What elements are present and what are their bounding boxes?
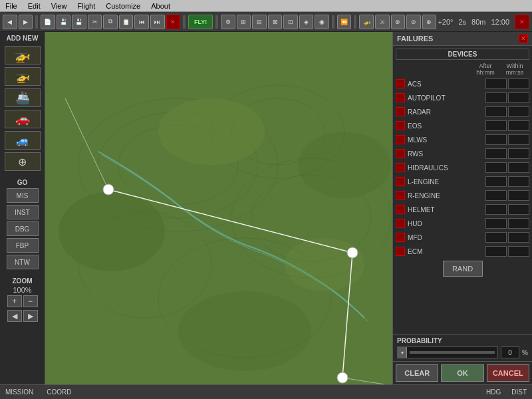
toolbar-tool5[interactable]: ⊡ <box>283 15 298 29</box>
toolbar-back[interactable]: ◀ <box>3 15 17 29</box>
go-mis[interactable]: MIS <box>7 188 39 203</box>
toolbar: ◀ ▶ 📄 💾 💾 ✂ ⧉ 📋 ⏮ ⏭ ✕ FLY! ⚙ ⊞ ⊟ ⊠ ⊡ ◈ ◉… <box>0 12 532 32</box>
toolbar-cut[interactable]: ✂ <box>88 15 102 29</box>
rand-button[interactable]: RAND <box>443 261 483 277</box>
device-reng-within[interactable] <box>508 190 529 201</box>
toolbar-tool6[interactable]: ◈ <box>299 15 314 29</box>
device-reng-after[interactable] <box>485 190 507 201</box>
device-eos-inputs <box>485 120 529 131</box>
device-helmet-within[interactable] <box>508 204 529 215</box>
device-leng-within[interactable] <box>508 176 529 187</box>
menu-customize[interactable]: Customize <box>103 2 143 10</box>
device-eos-after[interactable] <box>485 120 507 131</box>
device-rws-after[interactable] <box>485 148 507 159</box>
device-hidraulics-within[interactable] <box>508 162 529 173</box>
toolbar-tool4[interactable]: ⊠ <box>268 15 283 29</box>
svg-point-11 <box>59 192 165 271</box>
zoom-out[interactable]: − <box>23 295 38 307</box>
menu-edit[interactable]: Edit <box>25 2 43 10</box>
toolbar-ff[interactable]: ⏭ <box>150 15 165 29</box>
device-radar-after[interactable] <box>485 106 507 117</box>
unit-tank[interactable]: 🚗 <box>5 110 41 128</box>
map-area[interactable] <box>45 32 392 384</box>
zoom-in[interactable]: + <box>7 295 22 307</box>
menu-view[interactable]: View <box>49 2 70 10</box>
toolbar-save[interactable]: 💾 <box>57 15 71 29</box>
device-leng-after[interactable] <box>485 176 507 187</box>
device-rws-indicator[interactable] <box>396 149 405 158</box>
clear-button[interactable]: CLEAR <box>396 364 438 382</box>
toolbar-save2[interactable]: 💾 <box>72 15 86 29</box>
toolbar-paste[interactable]: 📋 <box>119 15 134 29</box>
menu-file[interactable]: File <box>3 2 20 10</box>
unit-vehicle[interactable]: 🚙 <box>5 131 41 150</box>
device-helmet-after[interactable] <box>485 204 507 215</box>
unit-chopper2[interactable]: 🚁 <box>5 67 41 86</box>
device-acs-within[interactable] <box>508 78 529 89</box>
toolbar-unit1[interactable]: 🚁 <box>359 15 374 29</box>
toolbar-unit3[interactable]: ⊗ <box>391 15 406 29</box>
close-btn[interactable]: ✕ <box>515 15 529 29</box>
unit-helicopter[interactable]: 🚁 <box>5 46 41 65</box>
cancel-button[interactable]: CANCEL <box>487 364 529 382</box>
device-ecm-within[interactable] <box>508 246 529 257</box>
toolbar-unit5[interactable]: ⊕ <box>422 15 437 29</box>
toolbar-tool7[interactable]: ◉ <box>315 15 329 29</box>
toolbar-unit4[interactable]: ⊘ <box>406 15 421 29</box>
toolbar-tool1[interactable]: ⚙ <box>221 15 235 29</box>
device-eos-within[interactable] <box>508 120 529 131</box>
failures-close-btn[interactable]: ✕ <box>519 34 528 43</box>
device-mfd-indicator[interactable] <box>396 233 405 242</box>
probability-arrow[interactable]: ▾ <box>398 347 407 358</box>
device-hud-within[interactable] <box>508 218 529 229</box>
menu-flight[interactable]: Flight <box>74 2 98 10</box>
device-autopilot-indicator[interactable] <box>396 93 405 102</box>
device-acs-indicator[interactable] <box>396 79 405 88</box>
toolbar-stop[interactable]: ✕ <box>166 15 181 29</box>
toolbar-open[interactable]: 📄 <box>41 15 55 29</box>
device-mlws-within[interactable] <box>508 134 529 145</box>
device-mfd-after[interactable] <box>485 232 507 243</box>
ok-button[interactable]: OK <box>441 364 483 382</box>
device-leng-indicator[interactable] <box>396 177 405 186</box>
nav-next[interactable]: ▶ <box>23 310 38 322</box>
device-helmet-indicator[interactable] <box>396 205 405 214</box>
toolbar-forward[interactable]: ▶ <box>19 15 33 29</box>
toolbar-tool3[interactable]: ⊟ <box>252 15 267 29</box>
device-mlws-after[interactable] <box>485 134 507 145</box>
device-mfd-within[interactable] <box>508 232 529 243</box>
toolbar-rew[interactable]: ⏮ <box>134 15 149 29</box>
device-eos-indicator[interactable] <box>396 121 405 130</box>
device-autopilot-after[interactable] <box>485 92 507 103</box>
nav-prev[interactable]: ◀ <box>7 310 22 322</box>
go-dbg[interactable]: DBG <box>7 221 39 236</box>
device-ecm-indicator[interactable] <box>396 247 405 256</box>
toolbar-unit2[interactable]: ⚔ <box>375 15 390 29</box>
go-ntw[interactable]: NTW <box>7 255 39 269</box>
probability-slider-container[interactable]: ▾ <box>397 346 498 358</box>
menu-about[interactable]: About <box>148 2 173 10</box>
device-acs-after[interactable] <box>485 78 507 89</box>
go-fbp[interactable]: FBP <box>7 238 39 253</box>
device-reng-indicator[interactable] <box>396 191 405 200</box>
toolbar-fly[interactable]: FLY! <box>188 15 213 29</box>
device-hidraulics-indicator[interactable] <box>396 163 405 172</box>
device-hidraulics-after[interactable] <box>485 162 507 173</box>
device-radar-indicator[interactable] <box>396 107 405 116</box>
probability-slider-track[interactable] <box>410 351 495 354</box>
device-hud-after[interactable] <box>485 218 507 229</box>
unit-ship[interactable]: 🚢 <box>5 88 41 107</box>
device-mlws-indicator[interactable] <box>396 135 405 144</box>
toolbar-tool2[interactable]: ⊞ <box>237 15 251 29</box>
probability-controls: ▾ 0 % <box>397 346 528 358</box>
go-section: GO MIS INST DBG FBP NTW <box>0 179 45 269</box>
toolbar-tool8[interactable]: ⏪ <box>337 15 352 29</box>
device-rws-within[interactable] <box>508 148 529 159</box>
device-radar-within[interactable] <box>508 106 529 117</box>
toolbar-copy[interactable]: ⧉ <box>103 15 118 29</box>
go-inst[interactable]: INST <box>7 205 39 219</box>
device-hud-indicator[interactable] <box>396 219 405 228</box>
device-autopilot-within[interactable] <box>508 92 529 103</box>
unit-radar[interactable]: ⊕ <box>5 152 41 171</box>
device-ecm-after[interactable] <box>485 246 507 257</box>
